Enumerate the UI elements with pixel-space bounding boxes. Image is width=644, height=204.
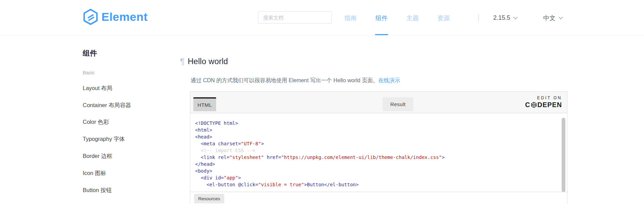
- code-segment: <meta charset=: [195, 141, 241, 146]
- sidebar-title: 组件: [83, 48, 97, 58]
- tab-result[interactable]: Result: [383, 97, 413, 111]
- code-line: <!DOCTYPE html>: [195, 120, 560, 127]
- codepen-cube-icon: [531, 102, 537, 108]
- code-lines: <!DOCTYPE html><html><head> <meta charse…: [195, 120, 560, 188]
- edit-on-label: EDIT ON: [525, 96, 562, 100]
- code-line: <el-button @click="visible = true">Butto…: [195, 181, 560, 188]
- code-line: </head>: [195, 161, 560, 167]
- code-segment: </head>: [195, 161, 215, 167]
- code-segment: "https://unpkg.com/element-ui/lib/theme-…: [281, 155, 442, 160]
- description-text: 通过 CDN 的方式我们可以很容易地使用 Element 写出一个 Hello …: [191, 77, 378, 83]
- brand-logo[interactable]: Element: [83, 9, 148, 25]
- nav-item-resource[interactable]: 资源: [437, 0, 450, 36]
- code-segment: "visible = true": [258, 182, 304, 187]
- code-segment: <link rel=: [195, 155, 229, 160]
- sidebar-item-container[interactable]: Container 布局容器: [83, 102, 131, 109]
- tab-html[interactable]: HTML: [193, 97, 216, 111]
- code-segment: >Button</el-button>: [304, 182, 358, 187]
- code-line: <meta charset="UTF-8">: [195, 140, 560, 147]
- sidebar-item-typography[interactable]: Typography 字体: [83, 135, 125, 143]
- anchor-pilcrow[interactable]: ¶: [180, 57, 184, 67]
- code-segment: <!-- import CSS -->: [195, 148, 255, 153]
- code-segment: "stylesheet": [229, 155, 264, 160]
- nav-item-component[interactable]: 组件: [375, 0, 388, 36]
- code-segment: <!DOCTYPE html>: [195, 120, 238, 126]
- sidebar-item-icon[interactable]: Icon 图标: [83, 170, 106, 177]
- search-input[interactable]: [258, 11, 332, 24]
- code-line: <div id="app">: [195, 174, 560, 181]
- chevron-down-icon: [513, 15, 518, 19]
- code-segment: href=: [264, 155, 281, 160]
- code-segment: >: [261, 141, 264, 146]
- code-line: <!-- import CSS -->: [195, 147, 560, 154]
- online-demo-link[interactable]: 在线演示: [378, 77, 400, 83]
- code-line: <html>: [195, 127, 560, 133]
- code-segment: >: [442, 155, 445, 160]
- nav-item-theme[interactable]: 主题: [406, 0, 419, 36]
- chevron-down-icon: [559, 15, 563, 19]
- search-box: [258, 11, 332, 24]
- code-segment: <html>: [195, 127, 212, 133]
- code-line: <body>: [195, 167, 560, 174]
- brand-name: Element: [101, 10, 148, 24]
- language-label: 中文: [543, 14, 556, 22]
- code-segment: <body>: [195, 168, 212, 174]
- element-hexagon-icon: [83, 9, 98, 25]
- code-line: <link rel="stylesheet" href="https://unp…: [195, 154, 560, 161]
- version-label: 2.15.5: [493, 14, 510, 21]
- scrollbar[interactable]: [562, 118, 565, 192]
- codepen-logo-right: DEPEN: [537, 101, 562, 109]
- code-segment: >: [238, 175, 241, 180]
- codepen-logo: C DEPEN: [525, 101, 562, 109]
- codepen-logo-left: C: [525, 101, 530, 109]
- codepen-embed-header: HTML Result EDIT ON C DEPEN: [190, 92, 567, 113]
- sidebar-item-button[interactable]: Button 按钮: [83, 187, 112, 194]
- code-segment: <head>: [195, 134, 212, 140]
- nav-item-guide[interactable]: 指南: [344, 0, 357, 36]
- codepen-embed: HTML Result EDIT ON C DEPEN: [190, 91, 567, 204]
- code-segment: "app": [224, 175, 238, 180]
- edit-on-codepen-link[interactable]: EDIT ON C DEPEN: [525, 96, 562, 109]
- sidebar-item-layout[interactable]: Layout 布局: [83, 85, 112, 92]
- header-divider: [478, 14, 479, 21]
- language-dropdown[interactable]: 中文: [543, 0, 562, 36]
- version-dropdown[interactable]: 2.15.5: [493, 0, 517, 36]
- page: Element 指南 组件 主题 资源 2.15.5 中文 组件 Basic L…: [0, 0, 644, 204]
- tab-resources[interactable]: Resources: [194, 194, 224, 203]
- code-segment: <el-button @click=: [195, 182, 258, 187]
- code-segment: <div id=: [195, 175, 224, 180]
- code-segment: "UTF-8": [241, 141, 261, 146]
- code-line: <head>: [195, 133, 560, 140]
- header: Element 指南 组件 主题 资源 2.15.5 中文: [0, 0, 644, 36]
- sidebar-category-basic: Basic: [83, 70, 95, 75]
- code-editor[interactable]: <!DOCTYPE html><html><head> <meta charse…: [190, 113, 567, 192]
- description: 通过 CDN 的方式我们可以很容易地使用 Element 写出一个 Hello …: [191, 76, 400, 85]
- page-title-row: ¶ Hello world: [180, 57, 228, 67]
- header-nav: 指南 组件 主题 资源: [344, 0, 450, 36]
- sidebar-item-border[interactable]: Border 边框: [83, 152, 112, 160]
- sidebar-item-color[interactable]: Color 色彩: [83, 118, 109, 126]
- page-title: Hello world: [188, 57, 228, 66]
